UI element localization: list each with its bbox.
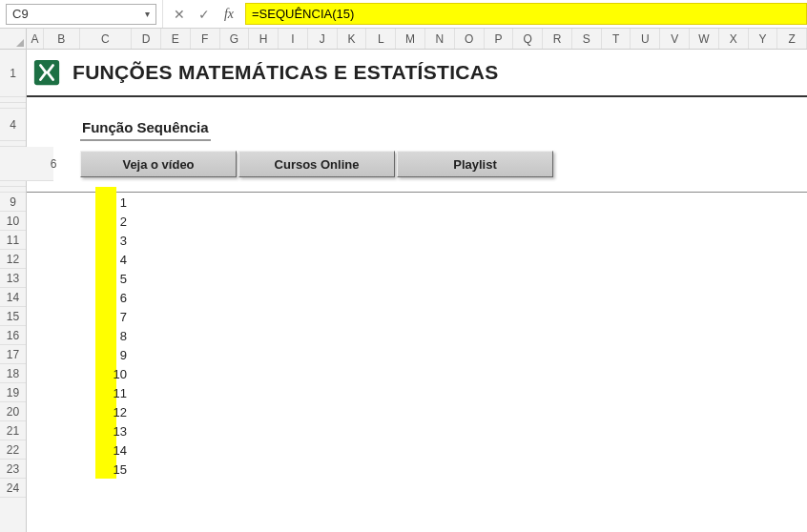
row-header[interactable]: 17 <box>0 345 26 364</box>
cell-c[interactable]: 1 <box>80 193 133 212</box>
spreadsheet-grid: 1 4 6 9 10 11 12 13 14 15 16 17 18 19 20… <box>0 29 807 532</box>
col-header[interactable]: H <box>249 29 279 49</box>
data-row[interactable]: 9 <box>27 345 807 364</box>
row-24[interactable] <box>27 479 807 498</box>
col-header[interactable]: T <box>602 29 631 49</box>
cell-c[interactable]: 9 <box>80 345 133 364</box>
section-subtitle: Função Sequência <box>80 119 211 141</box>
col-header[interactable]: L <box>366 29 396 49</box>
col-header[interactable]: Q <box>513 29 543 49</box>
data-row[interactable]: 3 <box>27 231 807 250</box>
highlight-top <box>95 187 116 193</box>
data-row[interactable]: 5 <box>27 269 807 288</box>
cursos-button[interactable]: Cursos Online <box>238 151 395 177</box>
col-header[interactable]: W <box>690 29 719 49</box>
data-row[interactable]: 1 <box>27 193 807 212</box>
col-header[interactable]: O <box>455 29 485 49</box>
cell-c[interactable]: 5 <box>80 269 133 288</box>
row-header[interactable]: 19 <box>0 383 26 402</box>
col-header[interactable]: F <box>191 29 220 49</box>
select-all-corner[interactable] <box>0 29 26 50</box>
cell-c[interactable]: 3 <box>80 231 133 250</box>
col-header[interactable]: Y <box>749 29 778 49</box>
video-button[interactable]: Veja o vídeo <box>80 151 237 177</box>
cell-c[interactable]: 4 <box>80 250 133 269</box>
accept-icon[interactable]: ✓ <box>196 8 213 21</box>
row-header[interactable]: 10 <box>0 212 26 231</box>
row-header[interactable]: 15 <box>0 307 26 326</box>
title-row: FUNÇÕES MATEMÁTICAS E ESTATÍSTICAS <box>27 50 807 97</box>
cell-c[interactable]: 14 <box>80 440 133 460</box>
sheet-body[interactable]: FUNÇÕES MATEMÁTICAS E ESTATÍSTICAS Funçã… <box>27 50 807 532</box>
cell-c[interactable]: 10 <box>80 364 133 383</box>
cell-c[interactable]: 2 <box>80 212 133 231</box>
subtitle-row: Função Sequência <box>27 109 807 141</box>
data-row[interactable]: 12 <box>27 402 807 421</box>
row-header[interactable]: 23 <box>0 460 26 479</box>
data-row[interactable]: 10 <box>27 364 807 383</box>
col-header[interactable]: Z <box>777 29 807 49</box>
data-row[interactable]: 7 <box>27 307 807 326</box>
col-header[interactable]: S <box>572 29 602 49</box>
row-header[interactable]: 12 <box>0 250 26 269</box>
cell-c[interactable]: 6 <box>80 288 133 307</box>
col-header[interactable]: M <box>396 29 425 49</box>
page-title: FUNÇÕES MATEMÁTICAS E ESTATÍSTICAS <box>72 61 499 84</box>
col-header[interactable]: E <box>161 29 191 49</box>
cells-area[interactable]: A B C D E F G H I J K L M N O P Q R S T … <box>27 29 807 532</box>
button-row: Veja o vídeo Cursos Online Playlist <box>27 147 807 181</box>
chevron-down-icon[interactable]: ▾ <box>145 9 150 19</box>
row-header[interactable]: 14 <box>0 288 26 307</box>
col-header[interactable]: V <box>660 29 690 49</box>
data-rows: 1 2 3 4 5 6 7 8 9 10 11 12 13 14 15 <box>27 193 807 479</box>
col-header[interactable]: K <box>338 29 367 49</box>
data-row[interactable]: 8 <box>27 326 807 345</box>
data-row[interactable]: 11 <box>27 383 807 402</box>
row-header[interactable]: 13 <box>0 269 26 288</box>
data-row[interactable]: 14 <box>27 440 807 460</box>
col-header[interactable]: G <box>220 29 250 49</box>
row-header[interactable]: 16 <box>0 326 26 345</box>
cell-c[interactable]: 8 <box>80 326 133 345</box>
excel-logo-icon <box>32 58 61 87</box>
col-header[interactable]: R <box>543 29 572 49</box>
col-header[interactable]: P <box>485 29 514 49</box>
row-header[interactable]: 11 <box>0 231 26 250</box>
row-header[interactable]: 22 <box>0 440 26 460</box>
row-headers: 1 4 6 9 10 11 12 13 14 15 16 17 18 19 20… <box>0 29 27 532</box>
col-header[interactable]: U <box>631 29 660 49</box>
col-header[interactable]: J <box>308 29 338 49</box>
col-header[interactable]: D <box>132 29 161 49</box>
fx-icon[interactable]: fx <box>220 8 238 21</box>
data-row[interactable]: 13 <box>27 421 807 440</box>
data-row[interactable]: 6 <box>27 288 807 307</box>
col-header[interactable]: C <box>80 29 133 49</box>
row-header[interactable]: 1 <box>0 50 26 97</box>
name-box-value: C9 <box>12 7 29 21</box>
row-header[interactable]: 18 <box>0 364 26 383</box>
col-header[interactable]: I <box>279 29 308 49</box>
name-box-wrap: C9 ▾ <box>0 0 162 28</box>
cell-c[interactable]: 13 <box>80 421 133 440</box>
row-header[interactable]: 9 <box>0 193 26 212</box>
cell-c[interactable]: 15 <box>80 460 133 479</box>
formula-bar: C9 ▾ ✕ ✓ fx =SEQUÊNCIA(15) <box>0 0 807 29</box>
data-row[interactable]: 4 <box>27 250 807 269</box>
formula-input[interactable]: =SEQUÊNCIA(15) <box>245 3 807 25</box>
cell-c[interactable]: 11 <box>80 383 133 402</box>
col-header[interactable]: A <box>27 29 44 49</box>
col-header[interactable]: B <box>44 29 80 49</box>
row-header[interactable]: 4 <box>0 109 26 141</box>
name-box[interactable]: C9 ▾ <box>6 4 156 25</box>
cancel-icon[interactable]: ✕ <box>171 8 188 21</box>
cell-c[interactable]: 12 <box>80 402 133 421</box>
col-header[interactable]: X <box>719 29 749 49</box>
data-row[interactable]: 15 <box>27 460 807 479</box>
row-header[interactable]: 20 <box>0 402 26 421</box>
cell-c[interactable]: 7 <box>80 307 133 326</box>
col-header[interactable]: N <box>425 29 455 49</box>
row-header[interactable]: 21 <box>0 421 26 440</box>
playlist-button[interactable]: Playlist <box>397 151 553 177</box>
row-header[interactable]: 24 <box>0 479 26 498</box>
data-row[interactable]: 2 <box>27 212 807 231</box>
